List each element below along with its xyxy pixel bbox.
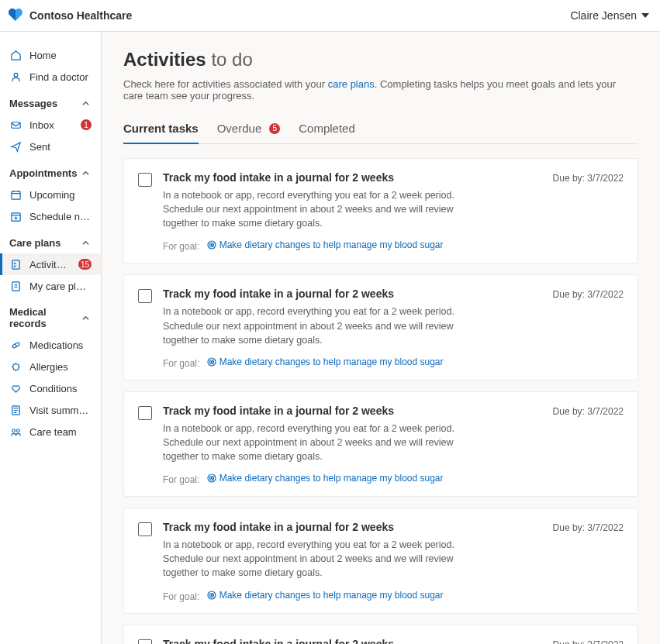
target-icon <box>207 240 216 250</box>
nav-label: Upcoming <box>29 189 92 201</box>
pill-icon <box>9 339 22 351</box>
goal-link-text: Make dietary changes to help manage my b… <box>219 356 444 367</box>
task-description: In a notebook or app, record everything … <box>163 305 465 346</box>
task-card: Track my food intake in a journal for 2 … <box>123 391 638 497</box>
svg-rect-2 <box>11 191 19 198</box>
svg-point-0 <box>14 73 18 77</box>
nav-visit-summaries[interactable]: Visit summaries <box>0 399 101 421</box>
task-title: Track my food intake in a journal for 2 … <box>163 638 394 645</box>
svg-point-10 <box>16 429 19 432</box>
user-menu[interactable]: Claire Jensen <box>570 9 649 22</box>
nav-care-team[interactable]: Care team <box>0 421 101 443</box>
nav-schedule-new[interactable]: Schedule new <box>0 205 101 227</box>
goal-link[interactable]: Make dietary changes to help manage my b… <box>207 590 444 601</box>
nav-conditions[interactable]: Conditions <box>0 377 101 399</box>
section-title: Medical records <box>9 306 80 329</box>
section-title: Appointments <box>9 167 77 179</box>
checklist-icon <box>9 258 22 270</box>
tab-label: Completed <box>299 122 355 135</box>
brand-name: Contoso Healthcare <box>29 9 132 22</box>
page-title-rest: to do <box>206 49 253 70</box>
task-checkbox[interactable] <box>138 173 152 187</box>
task-card: Track my food intake in a journal for 2 … <box>123 274 638 380</box>
nav-label: Schedule new <box>29 211 92 222</box>
sidebar: Home Find a doctor Messages Inbox 1 <box>0 32 102 644</box>
nav-sent[interactable]: Sent <box>0 136 101 157</box>
task-checkbox[interactable] <box>138 522 152 536</box>
goal-link[interactable]: Make dietary changes to help manage my b… <box>207 473 444 484</box>
task-description: In a notebook or app, record everything … <box>163 422 465 463</box>
nav-inbox[interactable]: Inbox 1 <box>0 114 101 136</box>
task-due: Due by: 3/7/2022 <box>553 639 624 645</box>
task-description: In a notebook or app, record everything … <box>163 188 465 230</box>
section-messages[interactable]: Messages <box>0 88 101 114</box>
tab-current-tasks[interactable]: Current tasks <box>123 117 199 144</box>
task-description: In a notebook or app, record everything … <box>163 538 465 580</box>
tab-overdue[interactable]: Overdue 5 <box>217 117 281 144</box>
nav-label: Visit summaries <box>29 405 92 416</box>
heart-logo-icon <box>8 8 23 24</box>
nav-my-care-plans[interactable]: My care plans <box>0 275 101 297</box>
chevron-up-icon <box>79 97 92 109</box>
care-plans-link[interactable]: care plans <box>328 78 375 90</box>
nav-label: Home <box>29 50 92 61</box>
task-due: Due by: 3/7/2022 <box>553 289 624 300</box>
goal-link-text: Make dietary changes to help manage my b… <box>219 473 444 484</box>
home-icon <box>9 49 22 61</box>
calendar-add-icon <box>9 210 22 222</box>
team-icon <box>9 425 22 438</box>
heart-icon <box>9 382 22 394</box>
target-icon <box>207 591 216 600</box>
section-care-plans[interactable]: Care plans <box>0 227 101 253</box>
task-title: Track my food intake in a journal for 2 … <box>163 288 394 300</box>
tabs: Current tasks Overdue 5 Completed <box>123 117 638 144</box>
svg-point-13 <box>211 245 212 246</box>
target-icon <box>207 474 216 483</box>
task-checkbox[interactable] <box>138 289 152 303</box>
user-name: Claire Jensen <box>570 9 637 22</box>
section-medical-records[interactable]: Medical records <box>0 297 101 334</box>
task-title: Track my food intake in a journal for 2 … <box>163 405 394 417</box>
nav-label: Medications <box>29 339 92 351</box>
caret-down-icon <box>641 13 649 18</box>
nav-upcoming[interactable]: Upcoming <box>0 184 101 205</box>
goal-link[interactable]: Make dietary changes to help manage my b… <box>207 356 444 367</box>
task-checkbox[interactable] <box>138 406 152 420</box>
svg-point-22 <box>211 594 212 595</box>
chevron-up-icon <box>79 236 92 249</box>
goal-label: For goal: <box>163 241 199 252</box>
doctor-icon <box>9 71 22 83</box>
goal-label: For goal: <box>163 358 199 369</box>
page-title: Activities to do <box>123 49 638 71</box>
nav-allergies[interactable]: Allergies <box>0 356 101 377</box>
task-title: Track my food intake in a journal for 2 … <box>163 521 394 533</box>
summary-icon <box>9 404 22 416</box>
plan-icon <box>9 280 22 292</box>
brand[interactable]: Contoso Healthcare <box>8 8 132 24</box>
section-title: Messages <box>9 98 57 109</box>
main-content: Activities to do Check here for activiti… <box>102 32 660 644</box>
section-title: Care plans <box>9 237 60 249</box>
nav-home[interactable]: Home <box>0 44 101 66</box>
overdue-badge: 5 <box>269 123 280 134</box>
goal-link[interactable]: Make dietary changes to help manage my b… <box>207 239 444 250</box>
task-checkbox[interactable] <box>138 639 152 645</box>
tab-label: Current tasks <box>123 122 199 135</box>
nav-medications[interactable]: Medications <box>0 334 101 356</box>
page-subtitle: Check here for activities associated wit… <box>123 78 638 102</box>
task-list: Track my food intake in a journal for 2 … <box>123 158 638 644</box>
nav-label: Find a doctor <box>29 71 92 83</box>
task-due: Due by: 3/7/2022 <box>553 406 624 417</box>
target-icon <box>207 357 216 367</box>
tab-completed[interactable]: Completed <box>299 117 355 144</box>
task-due: Due by: 3/7/2022 <box>553 522 624 533</box>
nav-label: Allergies <box>29 361 92 373</box>
task-card: Track my food intake in a journal for 2 … <box>123 625 638 645</box>
page-title-strong: Activities <box>123 49 206 70</box>
nav-label: Conditions <box>29 383 92 394</box>
nav-find-doctor[interactable]: Find a doctor <box>0 66 101 88</box>
section-appointments[interactable]: Appointments <box>0 157 101 184</box>
nav-activities-to-do[interactable]: Activities to do 15 <box>0 253 101 275</box>
nav-label: Sent <box>29 141 92 153</box>
allergy-icon <box>9 360 22 373</box>
